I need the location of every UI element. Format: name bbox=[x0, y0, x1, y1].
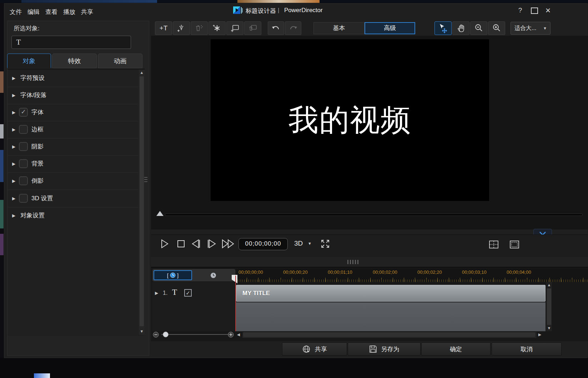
zoom-out-tool-button[interactable] bbox=[470, 21, 487, 35]
section-label: 字符预设 bbox=[20, 74, 45, 82]
preview-canvas[interactable]: 我的视频 bbox=[211, 39, 489, 201]
expander-icon[interactable]: ▶ bbox=[12, 213, 15, 218]
tab-animation[interactable]: 动画 bbox=[98, 54, 142, 68]
seek-bar-track[interactable] bbox=[165, 213, 583, 216]
section-3d-settings[interactable]: ▶ 3D 设置 bbox=[8, 190, 139, 207]
check-icon: ✓ bbox=[186, 290, 190, 296]
zoom-in-plus-icon bbox=[228, 332, 234, 338]
timecode-view-button-active[interactable]: [ ] bbox=[154, 270, 192, 280]
menu-play[interactable]: 播放 bbox=[63, 8, 75, 16]
splitter-grip-dots[interactable] bbox=[347, 260, 358, 264]
menu-view[interactable]: 查看 bbox=[45, 8, 57, 16]
3d-mode-dropdown[interactable]: 3D bbox=[294, 240, 303, 247]
section-font-paragraph[interactable]: ▶ 字体/段落 bbox=[8, 87, 139, 104]
share-button[interactable]: 共享 bbox=[282, 343, 347, 356]
save-as-button[interactable]: 另存为 bbox=[348, 343, 421, 356]
expander-icon[interactable]: ▶ bbox=[12, 93, 15, 98]
safe-zone-toggle-button[interactable] bbox=[509, 240, 520, 249]
section-background[interactable]: ▶ 背景 bbox=[8, 155, 139, 173]
close-button[interactable]: ✕ bbox=[543, 6, 553, 15]
preview-timeline-splitter[interactable] bbox=[151, 257, 588, 267]
font-face-checkbox-checked[interactable]: ✓ bbox=[19, 108, 28, 117]
section-border[interactable]: ▶ 边框 bbox=[8, 121, 139, 138]
timeline-zoom-in-button[interactable] bbox=[228, 332, 234, 338]
scroll-down-icon[interactable]: ▼ bbox=[139, 329, 145, 333]
menu-share[interactable]: 共享 bbox=[81, 8, 93, 16]
fullscreen-icon bbox=[320, 238, 331, 249]
tab-object[interactable]: 对象 bbox=[7, 54, 51, 68]
border-checkbox-unchecked[interactable] bbox=[19, 125, 28, 134]
delete-image-button bbox=[244, 21, 261, 35]
next-frame-button[interactable] bbox=[206, 238, 218, 249]
reflection-checkbox-unchecked[interactable] bbox=[19, 176, 28, 185]
expander-icon[interactable]: ▶ bbox=[12, 110, 15, 115]
shadow-checkbox-unchecked[interactable] bbox=[19, 142, 28, 151]
menu-file[interactable]: 文件 bbox=[10, 8, 22, 16]
timeline-vscrollbar-thumb[interactable] bbox=[547, 288, 551, 325]
add-text-button[interactable]: +T bbox=[155, 21, 172, 35]
timeline-scroll-left-icon[interactable]: ◀ bbox=[236, 332, 241, 337]
scroll-up-icon[interactable]: ▲ bbox=[139, 70, 145, 75]
play-button[interactable] bbox=[159, 238, 171, 249]
stop-button[interactable] bbox=[175, 238, 187, 249]
desktop-left-fragment-3 bbox=[0, 150, 4, 182]
3d-caret-down-icon[interactable]: ▼ bbox=[308, 241, 312, 246]
timeline-zoom-slider-thumb[interactable] bbox=[163, 332, 169, 337]
expander-icon[interactable]: ▶ bbox=[12, 161, 15, 166]
timeline-zoom-slider-track[interactable] bbox=[161, 334, 228, 335]
add-particle-button[interactable] bbox=[173, 21, 190, 35]
section-reflection[interactable]: ▶ 倒影 bbox=[8, 172, 139, 190]
section-shadow[interactable]: ▶ 阴影 bbox=[8, 138, 139, 156]
expander-icon[interactable]: ▶ bbox=[12, 127, 15, 132]
help-button[interactable]: ? bbox=[516, 6, 525, 14]
selected-object-input[interactable] bbox=[25, 36, 131, 49]
expander-icon[interactable]: ▶ bbox=[12, 76, 15, 81]
section-font-face[interactable]: ▶ ✓ 字体 bbox=[8, 104, 139, 121]
clip-lower-block[interactable] bbox=[236, 302, 546, 331]
3d-mode-label: 3D bbox=[294, 240, 303, 247]
cancel-button[interactable]: 取消 bbox=[492, 343, 562, 356]
menu-edit[interactable]: 编辑 bbox=[27, 8, 40, 16]
title-text[interactable]: 我的视频 bbox=[288, 100, 411, 141]
ok-button[interactable]: 确定 bbox=[421, 343, 491, 356]
panel-splitter-grip[interactable] bbox=[144, 174, 147, 185]
select-tool-button[interactable] bbox=[434, 21, 452, 35]
zoom-in-tool-button[interactable] bbox=[488, 21, 505, 35]
mode-advanced-button[interactable]: 高级 bbox=[365, 22, 415, 34]
effect-button[interactable] bbox=[208, 21, 226, 35]
fast-forward-button[interactable] bbox=[221, 238, 236, 249]
hand-tool-button[interactable] bbox=[452, 21, 469, 35]
expander-icon[interactable]: ▶ bbox=[12, 144, 15, 149]
timecode-field[interactable]: 00;00;00;00 bbox=[238, 238, 288, 250]
track-enable-checkbox[interactable]: ✓ bbox=[184, 289, 192, 297]
3d-settings-checkbox-unchecked[interactable] bbox=[19, 194, 28, 203]
sections-scrollbar-thumb[interactable] bbox=[140, 76, 144, 326]
title-clip[interactable]: MY TITLE bbox=[236, 285, 546, 302]
undo-button[interactable] bbox=[268, 21, 284, 35]
redo-icon bbox=[288, 24, 298, 32]
maximize-button[interactable] bbox=[531, 7, 538, 14]
clock-view-button[interactable] bbox=[193, 270, 233, 280]
background-checkbox-unchecked[interactable] bbox=[19, 159, 28, 168]
fit-zoom-dropdown[interactable]: 适合大... ▼ bbox=[511, 22, 551, 35]
clip-label: MY TITLE bbox=[242, 290, 270, 297]
track-expander-icon[interactable]: ▶ bbox=[155, 291, 158, 296]
expander-icon[interactable]: ▶ bbox=[12, 178, 15, 183]
timeline-scroll-down-icon[interactable]: ▼ bbox=[546, 326, 552, 330]
expander-icon[interactable]: ▶ bbox=[12, 196, 15, 201]
section-character-presets[interactable]: ▶ 字符预设 bbox=[8, 70, 139, 87]
previous-frame-button[interactable] bbox=[190, 238, 202, 249]
fullscreen-button[interactable] bbox=[320, 238, 331, 249]
timeline-scroll-up-icon[interactable]: ▲ bbox=[546, 283, 552, 287]
timeline-ruler[interactable]: 00;00;00;00 00;00;00;20 00;00;01;10 00;0… bbox=[236, 268, 588, 282]
section-object-settings[interactable]: ▶ 对象设置 bbox=[8, 207, 139, 224]
timeline-scroll-right-icon[interactable]: ▶ bbox=[537, 332, 543, 337]
add-image-button[interactable] bbox=[226, 21, 243, 35]
timeline-zoom-out-button[interactable] bbox=[153, 332, 159, 338]
mode-basic-button[interactable]: 基本 bbox=[313, 22, 365, 34]
track-header-column bbox=[152, 282, 235, 331]
grid-toggle-button[interactable] bbox=[488, 240, 499, 249]
delete-particle-button bbox=[191, 21, 208, 35]
timeline-hscrollbar-thumb[interactable] bbox=[243, 332, 535, 337]
tab-effect[interactable]: 特效 bbox=[52, 54, 97, 68]
